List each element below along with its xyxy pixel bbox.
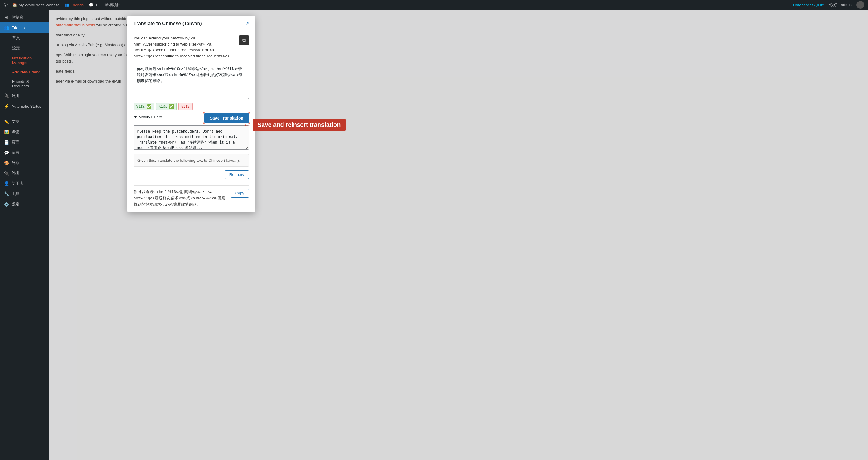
new-item[interactable]: + 新增項目 — [102, 2, 121, 8]
user-greeting: 你好，admin — [829, 2, 851, 8]
sidebar-item-add-new-friend[interactable]: Add New Friend — [8, 67, 49, 77]
external-link-icon[interactable]: ↗ — [245, 21, 249, 26]
tag-1: %1$s ✅ — [133, 103, 154, 110]
given-section: Given this, translate the following text… — [133, 154, 249, 166]
query-textarea[interactable]: Please keep the placeholders. Don't add … — [133, 125, 249, 150]
sidebar-item-tools[interactable]: 🔧 工具 — [0, 189, 49, 199]
translate-modal: Translate to Chinese (Taiwan) ↗ You can … — [127, 16, 255, 212]
media-icon: 🖼️ — [4, 129, 9, 135]
modify-query-toggle[interactable]: ▼ Modify Query — [133, 115, 162, 119]
modal-overlay: Translate to Chinese (Taiwan) ↗ You can … — [49, 10, 868, 460]
site-name[interactable]: 🏠 My WordPress Website — [12, 3, 60, 7]
requery-button[interactable]: Requery — [225, 170, 249, 179]
sidebar-item-notification-manager[interactable]: Notification Manager — [8, 53, 49, 67]
posts-icon: ✏️ — [4, 119, 9, 124]
admin-bar: ⓪ 🏠 My WordPress Website 👥 Friends 💬 0 +… — [0, 0, 868, 10]
sidebar-item-plugins[interactable]: 🔌 外掛 — [0, 91, 49, 101]
sidebar-item-settings2[interactable]: ⚙️ 設定 — [0, 199, 49, 209]
sidebar-item-users[interactable]: 👤 使用者 — [0, 178, 49, 189]
users-icon: 👤 — [4, 181, 9, 186]
appearance-icon: 🎨 — [4, 160, 9, 166]
copy-icon: ⧉ — [243, 38, 246, 43]
sidebar-item-appearance[interactable]: 🎨 外觀 — [0, 158, 49, 168]
result-text: 你可以通過<a href=%1$s>訂閱網站</a>、<a href=%1$s>… — [133, 189, 228, 208]
result-section: 你可以通過<a href=%1$s>訂閱網站</a>、<a href=%1$s>… — [133, 185, 249, 208]
sidebar-item-comments[interactable]: 💬 留言 — [0, 148, 49, 158]
modal-title: Translate to Chinese (Taiwan) — [133, 21, 202, 26]
pages-icon: 📄 — [4, 140, 9, 145]
plugins2-icon: 🔌 — [4, 171, 9, 176]
annotation-label: Save and reinsert translation — [252, 119, 346, 131]
tag-check-2: ✅ — [169, 104, 174, 109]
source-text-content: You can extend your network by <a href=%… — [133, 35, 237, 59]
modal-body: You can extend your network by <a href=%… — [127, 30, 255, 212]
sidebar-item-plugins2[interactable]: 🔌 外掛 — [0, 168, 49, 178]
tools-icon: 🔧 — [4, 191, 9, 196]
plugins-icon: 🔌 — [4, 93, 9, 99]
db-label: Database: SQLite — [793, 3, 824, 7]
settings-icon: ⚙️ — [4, 202, 9, 207]
friends-icon: 👥 — [4, 25, 9, 30]
wp-logo[interactable]: ⓪ — [4, 2, 8, 8]
annotation-wrapper: ← Save and reinsert translation — [243, 119, 346, 131]
sidebar-item-friends-requests[interactable]: Friends & Requests — [8, 77, 49, 91]
auto-status-icon: ⚡ — [4, 103, 9, 109]
tag-check-1: ✅ — [146, 104, 151, 109]
copy-source-button[interactable]: ⧉ — [239, 35, 249, 45]
sidebar-item-pages[interactable]: 📄 頁面 — [0, 137, 49, 148]
modal-header: Translate to Chinese (Taiwan) ↗ — [127, 16, 255, 30]
sidebar-item-posts[interactable]: ✏️ 文章 — [0, 117, 49, 127]
tag-2: %1$s ✅ — [156, 103, 177, 110]
requery-row: Requery — [133, 170, 249, 179]
sidebar-item-media[interactable]: 🖼️ 媒體 — [0, 127, 49, 137]
copy-result-button[interactable]: Copy — [231, 189, 249, 197]
sidebar-item-settings[interactable]: 設定 — [8, 43, 49, 53]
source-text-row: You can extend your network by <a href=%… — [133, 35, 249, 59]
user-avatar[interactable] — [857, 1, 864, 9]
friends-submenu: 首頁 設定 Notification Manager Add New Frien… — [0, 33, 49, 91]
annotation-arrow-icon: ← — [243, 120, 251, 130]
comments-count[interactable]: 💬 0 — [89, 3, 97, 7]
comments-icon: 💬 — [4, 150, 9, 155]
dashboard-icon: ⊞ — [4, 14, 9, 20]
save-translation-button[interactable]: Save Translation — [204, 113, 249, 123]
sidebar: ⊞ 控制台 👥 Friends 首頁 設定 Notification Manag… — [0, 10, 49, 460]
tag-3: %2$s — [179, 103, 193, 110]
sidebar-item-friends[interactable]: 👥 Friends — [0, 23, 49, 33]
sidebar-item-dashboard[interactable]: ⊞ 控制台 — [0, 12, 49, 23]
placeholder-tags: %1$s ✅ %1$s ✅ %2$s — [133, 103, 249, 110]
translation-textarea[interactable]: 你可以通過<a href=%1$s>訂閱網站</a>、<a href=%1$s>… — [133, 62, 249, 99]
sidebar-item-home[interactable]: 首頁 — [8, 33, 49, 43]
friends-menu[interactable]: 👥 Friends — [64, 3, 84, 7]
main-content: ovided by this plugin, just without outs… — [49, 10, 868, 460]
sidebar-item-auto-status[interactable]: ⚡ Automatic Status — [0, 101, 49, 111]
